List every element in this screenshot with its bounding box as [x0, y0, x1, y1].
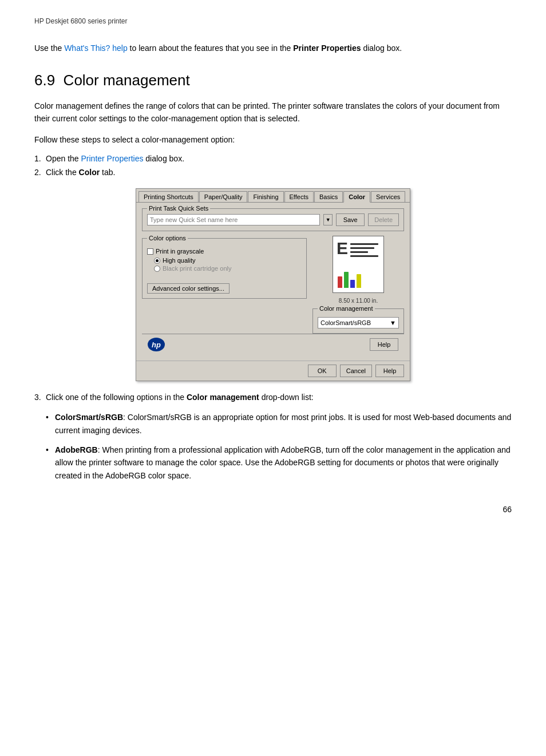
page-number: 66: [34, 505, 512, 514]
grayscale-checkbox-row: Print in grayscale: [147, 248, 302, 255]
quickset-row: ▼ Save Delete: [147, 213, 399, 226]
section-title: 6.9 Color management: [34, 72, 512, 92]
dialog-footer: hp Help: [142, 334, 404, 355]
step-2: 2. Click the Color tab.: [34, 168, 512, 177]
black-cartridge-radio-row: Black print cartridge only: [147, 265, 302, 272]
cancel-button[interactable]: Cancel: [340, 365, 372, 377]
tab-services[interactable]: Services: [371, 191, 405, 202]
preview-image: E: [333, 236, 384, 293]
color-management-select[interactable]: ColorSmart/sRGB ▼: [318, 317, 399, 328]
ok-button[interactable]: OK: [308, 365, 337, 377]
follow-text: Follow these steps to select a color-man…: [34, 133, 512, 146]
high-quality-label: High quality: [163, 257, 195, 264]
hp-logo: hp: [148, 338, 165, 351]
color-options-title: Color options: [147, 235, 188, 242]
dialog-tabs: Printing Shortcuts Paper/Quality Finishi…: [136, 189, 410, 203]
bullet-item-adobergb: AdobeRGB: When printing from a professio…: [46, 444, 512, 482]
black-cartridge-radio[interactable]: [154, 266, 160, 272]
tab-basics[interactable]: Basics: [314, 191, 343, 202]
colorsmart-label: ColorSmart/sRGB: [55, 413, 123, 422]
grayscale-checkbox[interactable]: [147, 248, 153, 255]
whats-this-link[interactable]: What's This? help: [64, 43, 128, 53]
preview-e-letter: E: [337, 240, 348, 257]
right-panel: E: [312, 236, 404, 334]
preview-page-content: E: [333, 236, 383, 292]
black-cartridge-label: Black print cartridge only: [163, 265, 231, 272]
left-panel: Color options Print in grayscale High qu…: [142, 236, 307, 334]
section-body-paragraph: Color management defines the range of co…: [34, 100, 512, 125]
quickset-dropdown[interactable]: ▼: [323, 214, 333, 225]
preview-bars: [338, 272, 361, 288]
bar-red: [338, 276, 342, 288]
high-quality-radio[interactable]: [154, 258, 160, 264]
tab-printing-shortcuts[interactable]: Printing Shortcuts: [139, 191, 199, 202]
ok-cancel-row: OK Cancel Help: [136, 361, 410, 381]
dialog-content: Print Task Quick Sets ▼ Save Delete Colo…: [136, 203, 410, 361]
bullet-item-colorsmart: ColorSmart/sRGB: ColorSmart/sRGB is an a…: [46, 411, 512, 437]
color-management-group: Color management ColorSmart/sRGB ▼: [312, 308, 404, 334]
tab-finishing[interactable]: Finishing: [248, 191, 283, 202]
header-title: HP Deskjet 6800 series printer: [34, 17, 128, 25]
footer-help-button[interactable]: Help: [370, 338, 398, 351]
color-management-reference: Color management: [187, 393, 259, 402]
steps-list: 1. Open the Printer Properties dialog bo…: [34, 154, 512, 177]
save-button[interactable]: Save: [336, 213, 365, 226]
help-button[interactable]: Help: [375, 365, 404, 377]
page-header: HP Deskjet 6800 series printer: [34, 17, 512, 25]
printer-properties-dialog: Printing Shortcuts Paper/Quality Finishi…: [136, 188, 410, 381]
intro-paragraph: Use the What's This? help to learn about…: [34, 42, 512, 54]
color-management-title: Color management: [318, 305, 375, 312]
tab-color[interactable]: Color: [343, 191, 370, 203]
step-1: 1. Open the Printer Properties dialog bo…: [34, 154, 512, 163]
color-tab-reference: Color: [79, 168, 100, 177]
bar-green: [344, 272, 349, 288]
quickset-input[interactable]: [147, 214, 320, 225]
step-3-list: 3. Click one of the following options in…: [34, 393, 512, 402]
quickset-group: Print Task Quick Sets ▼ Save Delete: [142, 208, 404, 231]
footer-right-buttons: Help: [370, 338, 398, 351]
preview-size: 8.50 x 11.00 in.: [339, 298, 378, 304]
preview-lines: [350, 243, 380, 259]
tab-effects[interactable]: Effects: [284, 191, 314, 202]
adobergb-label: AdobeRGB: [55, 445, 98, 454]
step-3: 3. Click one of the following options in…: [34, 393, 512, 402]
bar-blue: [350, 280, 355, 288]
delete-button[interactable]: Delete: [368, 213, 399, 226]
grayscale-label: Print in grayscale: [156, 248, 204, 255]
advanced-color-settings-button[interactable]: Advanced color settings...: [147, 283, 230, 294]
bullet-list: ColorSmart/sRGB: ColorSmart/sRGB is an a…: [46, 411, 512, 482]
main-content-area: Color options Print in grayscale High qu…: [142, 236, 404, 334]
quickset-group-title: Print Task Quick Sets: [147, 205, 210, 212]
bar-yellow: [357, 274, 361, 288]
high-quality-radio-row: High quality: [147, 257, 302, 264]
tab-paper-quality[interactable]: Paper/Quality: [199, 191, 248, 202]
printer-properties-link-1[interactable]: Printer Properties: [81, 154, 144, 163]
color-options-group: Color options Print in grayscale High qu…: [142, 238, 307, 299]
